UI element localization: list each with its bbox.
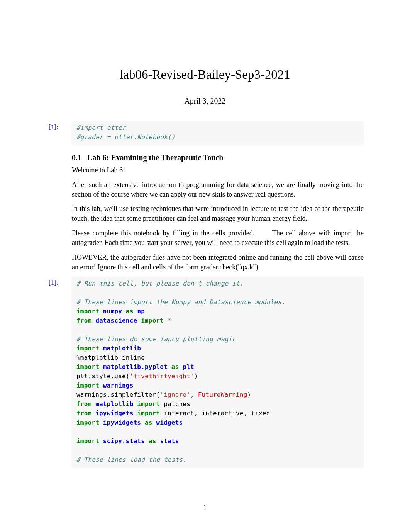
alias-np: np	[137, 308, 145, 315]
string-literal: 'ignore'	[160, 391, 190, 398]
code-cell-2: [1]: # Run this cell, but please don't c…	[46, 277, 364, 467]
paragraph: HOWEVER, the autograder files have not b…	[72, 253, 364, 272]
keyword-import: import	[76, 363, 99, 371]
module-ipywidgets: ipywidgets	[95, 410, 133, 417]
comment: # These lines do some fancy plotting mag…	[76, 335, 236, 343]
keyword-from: from	[76, 400, 91, 408]
keyword-import: import	[76, 419, 99, 426]
code-text: plt.style.use(	[76, 372, 130, 380]
module-ipywidgets: ipywidgets	[103, 419, 141, 426]
string-literal: 'fivethirtyeight'	[130, 372, 194, 380]
paren-close: )	[247, 391, 251, 398]
paragraph: In this lab, we'll use testing technique…	[72, 204, 364, 223]
module-pyplot: matplotlib.pyplot	[103, 363, 168, 371]
paragraph: After such an extensive introduction to …	[72, 180, 364, 199]
page-title: lab06-Revised-Bailey-Sep3-2021	[46, 68, 364, 82]
names-interact: interact, interactive, fixed	[164, 410, 270, 417]
code-block: #import otter #grader = otter.Notebook()	[72, 121, 364, 144]
section-heading: 0.1 Lab 6: Examining the Therapeutic Tou…	[72, 153, 364, 162]
markdown-block: 0.1 Lab 6: Examining the Therapeutic Tou…	[72, 153, 364, 272]
module-scipy-stats: scipy.stats	[103, 437, 145, 445]
code-text: warnings.simplefilter(	[76, 391, 160, 398]
operator-star: *	[168, 317, 171, 324]
name-patches: patches	[164, 400, 190, 408]
comment: #grader = otter.Notebook()	[76, 133, 175, 141]
paragraph: Please complete this notebook by filling…	[72, 228, 364, 248]
heading-text: Lab 6: Examining the Therapeutic Touch	[87, 153, 223, 162]
keyword-from: from	[76, 317, 91, 324]
magic-name: matplotlib	[80, 354, 118, 361]
name-futurewarning: FutureWarning	[198, 391, 247, 398]
keyword-import: import	[76, 382, 99, 389]
cell-prompt: [1]:	[46, 277, 72, 287]
keyword-as: as	[149, 437, 156, 445]
code-block: # Run this cell, but please don't change…	[72, 277, 364, 467]
page: lab06-Revised-Bailey-Sep3-2021 April 3, …	[0, 0, 410, 532]
magic-percent: %	[76, 354, 80, 361]
keyword-import: import	[76, 437, 99, 445]
keyword-as: as	[145, 419, 152, 426]
keyword-import: import	[141, 317, 164, 324]
keyword-import: import	[76, 308, 99, 315]
keyword-import: import	[137, 400, 160, 408]
sentence: Please complete this notebook by filling…	[72, 229, 254, 237]
cell-prompt: [1]:	[46, 121, 72, 131]
keyword-from: from	[76, 410, 91, 417]
keyword-import: import	[137, 410, 160, 417]
comment: #import otter	[76, 124, 126, 131]
comment: # These lines load the tests.	[76, 456, 186, 463]
page-number: 1	[0, 504, 410, 512]
keyword-import: import	[76, 345, 99, 352]
module-warnings: warnings	[103, 382, 134, 389]
alias-stats: stats	[160, 437, 179, 445]
comment: # These lines import the Numpy and Datas…	[76, 298, 285, 306]
alias-widgets: widgets	[156, 419, 183, 426]
module-matplotlib: matplotlib	[103, 345, 141, 352]
paragraph: Welcome to Lab 6!	[72, 165, 364, 175]
page-date: April 3, 2022	[46, 97, 364, 105]
keyword-as: as	[126, 308, 134, 315]
heading-number: 0.1	[72, 153, 81, 162]
keyword-as: as	[171, 363, 179, 371]
alias-plt: plt	[183, 363, 194, 371]
comment: # Run this cell, but please don't change…	[76, 280, 244, 287]
module-numpy: numpy	[103, 308, 122, 315]
magic-arg: inline	[122, 354, 145, 361]
module-matplotlib: matplotlib	[95, 400, 133, 408]
paren-close: )	[194, 372, 198, 380]
module-datascience: datascience	[95, 317, 137, 324]
comma: ,	[190, 391, 198, 398]
code-cell-1: [1]: #import otter #grader = otter.Noteb…	[46, 121, 364, 144]
